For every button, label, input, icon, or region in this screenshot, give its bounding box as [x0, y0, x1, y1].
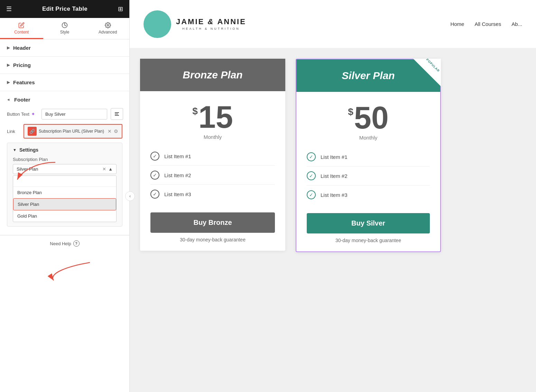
features-section-label: Features [13, 79, 35, 85]
left-panel: ☰ Edit Price Table ⊞ Content Style Advan… [0, 0, 130, 392]
header-section-label: Header [13, 45, 31, 51]
check-icon-3: ✓ [150, 190, 159, 199]
tab-advanced-label: Advanced [99, 30, 117, 35]
footer-section-label: Footer [14, 97, 30, 103]
bronze-guarantee: 30-day money-back guarantee [180, 237, 246, 242]
tab-advanced[interactable]: Advanced [86, 18, 129, 39]
bronze-feature-3-text: List Item #3 [164, 191, 191, 197]
site-logo: JAMIE & ANNIE HEALTH & NUTRITION [144, 10, 246, 38]
logo-text: JAMIE & ANNIE HEALTH & NUTRITION [176, 17, 246, 31]
popular-text: POPULAR [423, 59, 441, 75]
panel-collapse-button[interactable]: ‹ [125, 191, 135, 201]
nav-courses[interactable]: All Courses [474, 21, 501, 27]
bronze-card-header: Bronze Plan [140, 59, 285, 91]
hamburger-icon[interactable]: ☰ [6, 5, 12, 13]
section-footer-toggle[interactable]: ▼ Footer [0, 91, 129, 108]
site-navbar: JAMIE & ANNIE HEALTH & NUTRITION Home Al… [130, 0, 536, 48]
button-text-input[interactable] [41, 109, 107, 119]
link-field-label: Link [7, 129, 21, 134]
logo-circle [144, 10, 171, 38]
dropdown-search-input[interactable] [13, 176, 116, 187]
section-pricing-toggle[interactable]: ▶ Pricing [0, 57, 129, 74]
pricing-area: Bronze Plan $ 15 Monthly ✓ List Item #1 … [130, 48, 536, 392]
top-bar: ☰ Edit Price Table ⊞ [0, 0, 129, 18]
silver-card-header: Silver Plan POPULAR [296, 59, 440, 92]
link-pill-icon: 🔗 [28, 127, 37, 136]
select-clear-icon[interactable]: ✕ [102, 166, 106, 172]
silver-features: ✓ List Item #1 ✓ List Item #2 ✓ List Ite… [296, 144, 440, 208]
align-icon [114, 111, 120, 117]
svg-rect-2 [115, 112, 119, 113]
text-align-button[interactable] [111, 108, 123, 120]
help-circle-icon: ? [73, 240, 80, 247]
tab-style[interactable]: Style [43, 18, 86, 39]
dropdown-item-bronze[interactable]: Bronze Plan [13, 187, 116, 198]
buy-silver-button[interactable]: Buy Silver [307, 213, 430, 233]
silver-card: Silver Plan POPULAR $ 50 Monthly ✓ List … [296, 59, 441, 252]
main-area: JAMIE & ANNIE HEALTH & NUTRITION Home Al… [130, 0, 536, 392]
bronze-dollar: $ [192, 106, 198, 117]
pricing-section-label: Pricing [13, 62, 31, 68]
bronze-feature-2: ✓ List Item #2 [150, 166, 275, 185]
silver-feature-1: ✓ List Item #1 [307, 147, 430, 166]
settings-section: ▼ Settings Subscription Plan Silver Plan… [7, 143, 122, 227]
nav-links: Home All Courses Ab... [450, 21, 522, 27]
dynamic-icon: ✦ [31, 111, 35, 117]
grid-icon[interactable]: ⊞ [118, 5, 123, 13]
tab-bar: Content Style Advanced [0, 18, 129, 39]
pencil-icon [18, 22, 25, 28]
link-settings-icon[interactable]: ⚙ [114, 128, 118, 134]
features-arrow-icon: ▶ [7, 80, 10, 85]
subscription-plan-select[interactable]: Silver Plan ✕ ▲ [13, 164, 117, 174]
bronze-card-title: Bronze Plan [147, 69, 278, 81]
bronze-feature-3: ✓ List Item #3 [150, 185, 275, 203]
settings-label: Settings [19, 147, 38, 153]
bronze-card: Bronze Plan $ 15 Monthly ✓ List Item #1 … [140, 59, 285, 251]
panel-title: Edit Price Table [42, 6, 87, 12]
logo-name: JAMIE & ANNIE [176, 17, 246, 27]
link-pill[interactable]: 🔗 Subscription Plan URL (Silver Plan) ✕ … [24, 124, 122, 138]
bronze-price-section: $ 15 Monthly [140, 91, 285, 143]
style-icon [62, 22, 68, 28]
select-current-value: Silver Plan [17, 166, 102, 172]
link-row: Link 🔗 Subscription Plan URL (Silver Pla… [7, 124, 122, 138]
logo-sub: HEALTH & NUTRITION [176, 27, 246, 31]
svg-rect-3 [115, 114, 118, 114]
gear-icon [105, 22, 111, 28]
select-arrow-icon[interactable]: ▲ [108, 166, 113, 172]
link-remove-icon[interactable]: ✕ [108, 128, 112, 134]
silver-check-icon-3: ✓ [307, 190, 316, 199]
dropdown-item-gold[interactable]: Gold Plan [13, 210, 116, 222]
silver-price-amount: $ 50 [303, 102, 433, 133]
settings-header[interactable]: ▼ Settings [13, 147, 117, 153]
section-features: ▶ Features [0, 74, 129, 91]
tab-content-label: Content [14, 30, 29, 35]
section-header-toggle[interactable]: ▶ Header [0, 39, 129, 56]
button-text-label: Button Text ✦ [7, 111, 38, 117]
popular-badge: POPULAR [413, 59, 441, 86]
section-pricing: ▶ Pricing [0, 57, 129, 74]
buy-bronze-button[interactable]: Buy Bronze [150, 212, 275, 233]
dropdown-item-silver[interactable]: Silver Plan [13, 198, 116, 210]
dropdown-container: Bronze Plan Silver Plan Gold Plan [13, 175, 117, 222]
section-features-toggle[interactable]: ▶ Features [0, 74, 129, 91]
silver-price-num: 50 [354, 102, 389, 133]
bronze-price-amount: $ 15 [147, 102, 278, 133]
nav-about[interactable]: Ab... [511, 21, 522, 27]
settings-arrow-icon: ▼ [13, 148, 17, 152]
button-text-row: Button Text ✦ [7, 108, 122, 120]
silver-check-icon-1: ✓ [307, 152, 316, 161]
check-icon-2: ✓ [150, 171, 159, 180]
tab-content[interactable]: Content [0, 18, 43, 39]
bronze-price-num: 15 [198, 102, 233, 133]
need-help-row[interactable]: Need Help ? [0, 235, 129, 251]
bronze-price-period: Monthly [147, 134, 278, 140]
logo-ampersand: & [207, 17, 217, 26]
bronze-features: ✓ List Item #1 ✓ List Item #2 ✓ List Ite… [140, 143, 285, 207]
silver-check-icon-2: ✓ [307, 171, 316, 180]
svg-rect-4 [115, 115, 119, 115]
footer-content: Button Text ✦ Link 🔗 Subscrip [0, 108, 129, 235]
nav-home[interactable]: Home [450, 21, 464, 27]
svg-point-1 [107, 25, 109, 26]
header-arrow-icon: ▶ [7, 46, 10, 50]
